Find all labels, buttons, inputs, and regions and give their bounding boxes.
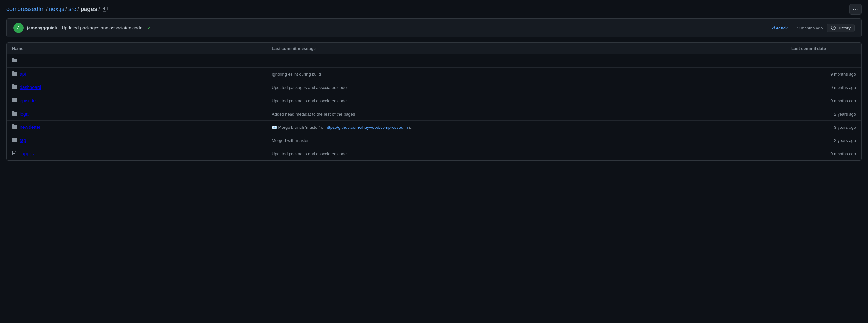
commit-msg-cell: 📧 Merge branch 'master' of https://githu…: [272, 125, 791, 130]
merge-link[interactable]: https://github.com/ahaywood/compressedfm: [326, 125, 408, 130]
table-row: _app.js Updated packages and associated …: [7, 147, 861, 160]
table-row: newsletter 📧 Merge branch 'master' of ht…: [7, 121, 861, 134]
file-link[interactable]: dashboard: [20, 85, 41, 90]
history-label: History: [838, 26, 850, 30]
breadcrumb-sep4: /: [98, 6, 100, 12]
breadcrumb-sep1: /: [46, 6, 48, 12]
file-link[interactable]: newsletter: [20, 125, 40, 130]
history-button[interactable]: History: [827, 24, 855, 32]
copy-path-button[interactable]: [101, 5, 109, 13]
commit-date-cell: 9 months ago: [791, 98, 856, 103]
svg-text:J: J: [18, 25, 20, 30]
history-icon: [831, 26, 836, 30]
folder-icon: [12, 111, 17, 117]
more-options-button[interactable]: ⋯: [849, 4, 862, 14]
top-bar: compressedfm / nextjs / src / pages / ⋯: [0, 0, 868, 19]
file-entry[interactable]: tag: [12, 137, 272, 144]
commit-date-cell: 9 months ago: [791, 72, 856, 77]
table-row: dashboard Updated packages and associate…: [7, 81, 861, 94]
file-name-text: ..: [20, 58, 22, 63]
col-name: Name: [12, 46, 272, 51]
file-link[interactable]: episode: [20, 98, 36, 103]
folder-icon: [12, 71, 17, 77]
commit-time: 9 months ago: [797, 26, 823, 30]
breadcrumb-nextjs[interactable]: nextjs: [49, 6, 64, 12]
commit-msg-cell: Added head metadat to the rest of the pa…: [272, 112, 791, 117]
commit-msg-cell: Updated packages and associated code: [272, 98, 791, 103]
breadcrumb-repo[interactable]: compressedfm: [6, 6, 45, 12]
file-link[interactable]: _app.js: [19, 151, 34, 156]
more-icon: ⋯: [853, 6, 858, 12]
file-entry[interactable]: _app.js: [12, 151, 272, 157]
commit-date-cell: 9 months ago: [791, 85, 856, 90]
file-entry[interactable]: newsletter: [12, 124, 272, 130]
table-row: legal Added head metadat to the rest of …: [7, 107, 861, 121]
col-commit-date: Last commit date: [791, 46, 856, 51]
commit-date-cell: 2 years ago: [791, 138, 856, 143]
commit-msg-cell: Merged with master: [272, 138, 791, 143]
check-icon: ✓: [147, 25, 151, 30]
commit-separator: ·: [792, 26, 794, 30]
folder-icon: [12, 137, 17, 144]
table-row: tag Merged with master 2 years ago: [7, 134, 861, 147]
file-link[interactable]: tag: [20, 138, 26, 143]
file-icon: [12, 151, 17, 157]
commit-bar: J jamesqqquick Updated packages and asso…: [6, 19, 862, 37]
folder-icon: [12, 84, 17, 91]
breadcrumb-src[interactable]: src: [68, 6, 76, 12]
file-link[interactable]: legal: [20, 111, 29, 117]
breadcrumb-current: pages: [80, 6, 97, 12]
table-row: ..: [7, 54, 861, 68]
file-entry[interactable]: api: [12, 71, 272, 77]
commit-info-right: 5f4e8d2 · 9 months ago History: [771, 24, 855, 32]
commit-msg-cell: Updated packages and associated code: [272, 85, 791, 90]
commit-msg-cell: Ignoring eslint during build: [272, 72, 791, 77]
commit-message: Updated packages and associated code: [62, 25, 142, 30]
file-entry[interactable]: legal: [12, 111, 272, 117]
folder-icon: [12, 58, 17, 64]
col-commit-msg: Last commit message: [272, 46, 791, 51]
file-entry[interactable]: episode: [12, 97, 272, 104]
breadcrumb: compressedfm / nextjs / src / pages /: [6, 5, 109, 13]
avatar: J: [13, 23, 24, 33]
commit-msg-cell: Updated packages and associated code: [272, 152, 791, 156]
table-header: Name Last commit message Last commit dat…: [7, 43, 861, 54]
table-row: episode Updated packages and associated …: [7, 94, 861, 107]
commit-hash-link[interactable]: 5f4e8d2: [771, 26, 788, 30]
file-entry[interactable]: ..: [12, 58, 272, 64]
file-entry[interactable]: dashboard: [12, 84, 272, 91]
folder-icon: [12, 97, 17, 104]
email-icon: 📧: [272, 125, 277, 130]
folder-icon: [12, 124, 17, 130]
breadcrumb-sep3: /: [78, 6, 79, 12]
commit-author[interactable]: jamesqqquick: [27, 25, 57, 30]
commit-date-cell: 9 months ago: [791, 152, 856, 156]
table-row: api Ignoring eslint during build 9 month…: [7, 68, 861, 81]
commit-date-cell: 3 years ago: [791, 125, 856, 130]
commit-info-left: J jamesqqquick Updated packages and asso…: [13, 23, 151, 33]
file-link[interactable]: api: [20, 71, 26, 77]
file-table: Name Last commit message Last commit dat…: [6, 42, 862, 161]
breadcrumb-sep2: /: [65, 6, 67, 12]
commit-date-cell: 2 years ago: [791, 112, 856, 117]
